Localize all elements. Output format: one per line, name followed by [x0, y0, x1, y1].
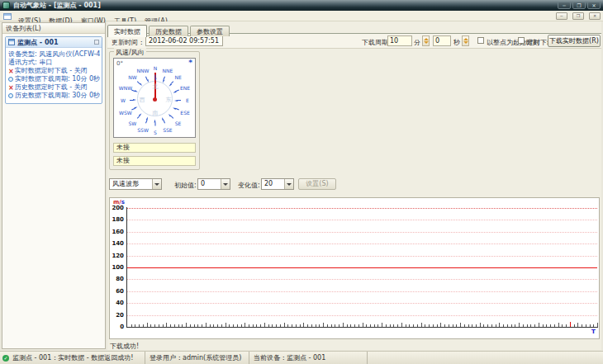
- x-axis-tick: [476, 324, 477, 327]
- download-realtime-button[interactable]: 下载实时数据(R): [548, 35, 601, 47]
- x-axis-tick: [319, 324, 320, 327]
- x-axis-line: [126, 327, 598, 328]
- x-axis-tick: [264, 323, 265, 327]
- device-card-header[interactable]: 监测点 - 001: [6, 37, 102, 48]
- change-value: 20: [264, 180, 273, 187]
- x-axis-tick: [268, 324, 269, 327]
- x-axis-tick: [483, 324, 484, 327]
- x-axis-tick: [429, 324, 430, 327]
- mdi-restore-button[interactable]: ❐: [572, 12, 584, 20]
- minutes-input[interactable]: 10: [387, 35, 412, 46]
- mdi-close-button[interactable]: ✕: [589, 12, 601, 20]
- compass-arrow-icon: [131, 106, 139, 111]
- x-axis-tick: [386, 324, 387, 327]
- wind-group-title: 风速/风向: [114, 48, 146, 57]
- compass-arrow-icon: [130, 99, 136, 102]
- x-axis-tick: [440, 323, 441, 327]
- settings-button[interactable]: 设置(S): [298, 178, 336, 190]
- compass-arrow-icon: [161, 117, 166, 125]
- change-value-select[interactable]: 20: [261, 178, 294, 190]
- x-axis-tick: [131, 324, 132, 327]
- compass-direction-label: ENE: [180, 85, 190, 91]
- window-title: 自动气象站 - [监测点 - 001]: [13, 1, 101, 10]
- x-axis-tick: [190, 324, 191, 327]
- minimize-button[interactable]: ─: [558, 2, 571, 9]
- download-period-label: 下载周期:: [362, 38, 391, 47]
- wind-angle-value: 0°: [116, 60, 123, 67]
- x-axis-tick: [311, 324, 312, 327]
- y-axis-tick-label: 80: [111, 276, 124, 282]
- x-axis-tick: [206, 323, 207, 327]
- x-axis-tick: [453, 324, 453, 327]
- chevron-down-icon[interactable]: [152, 179, 161, 189]
- wind-speed-field[interactable]: 未接: [113, 143, 196, 153]
- x-axis-tick: [217, 324, 218, 327]
- compass-direction-label: S: [154, 130, 157, 135]
- tab-active[interactable]: 实时数据: [107, 25, 147, 37]
- y-axis-tick-label: 40: [111, 300, 124, 306]
- device-info-text: 通讯方式: 串口: [8, 59, 52, 67]
- timed-download-checkbox[interactable]: [518, 37, 525, 44]
- x-axis-tick: [343, 323, 344, 327]
- minutes-spinner[interactable]: [422, 35, 430, 46]
- compass-direction-label: W: [121, 97, 126, 103]
- x-axis-tick: [409, 324, 410, 327]
- compass-arrow-icon: [145, 117, 150, 125]
- device-info-text: 设备类型: 风速风向仪(ACFW-4): [8, 50, 101, 59]
- device-card[interactable]: 监测点 - 001 设备类型: 风速风向仪(ACFW-4)通讯方式: 串口×实时…: [5, 36, 102, 104]
- close-button[interactable]: ✕: [587, 2, 601, 9]
- tab-inactive[interactable]: 历史数据: [149, 26, 188, 36]
- x-axis-tick: [444, 324, 445, 327]
- x-axis-tick: [256, 324, 257, 327]
- compass-inner-east: 东: [166, 96, 172, 104]
- x-axis-tick: [468, 324, 469, 327]
- clock-icon: [8, 77, 13, 82]
- compass-arrow-icon: [154, 74, 157, 81]
- device-info-text: 历史数据定时下载 - 关闭: [15, 83, 88, 92]
- x-axis-tick: [464, 324, 465, 327]
- compass-arrow-icon: [131, 89, 139, 94]
- x-axis-tick: [515, 324, 515, 327]
- x-axis-tick: [358, 324, 359, 327]
- chevron-down-icon[interactable]: [221, 179, 230, 189]
- x-axis-tick: [296, 324, 297, 327]
- compass-direction-label: WNW: [119, 85, 132, 91]
- x-axis-tick: [487, 324, 488, 327]
- compass-arrow-icon: [145, 76, 150, 83]
- device-info-line: 实时数据下载周期: 10分 0秒: [8, 75, 101, 83]
- x-axis-tick: [539, 323, 539, 327]
- chevron-down-icon[interactable]: [284, 179, 293, 189]
- x-axis-tick: [249, 324, 249, 327]
- compass-arrow-icon: [174, 99, 181, 102]
- align-start-checkbox[interactable]: [477, 37, 484, 44]
- waveform-select-value: 风速波形: [112, 180, 139, 187]
- x-axis-tick: [135, 324, 135, 327]
- y-axis-tick-label: 200: [111, 205, 124, 211]
- x-axis-tick: [182, 324, 183, 327]
- status-message-section: ✓ 监测点 - 001：实时数据 - 数据返回成功!: [0, 352, 145, 364]
- mdi-document-icon[interactable]: [3, 13, 12, 20]
- initial-value-select[interactable]: 0: [197, 178, 230, 190]
- minutes-unit-label: 分: [414, 38, 420, 47]
- tab-inactive[interactable]: 参数设置: [190, 26, 230, 36]
- wind-group: 风速/风向 0° * NNNENEENEEESESESSESSSWSWWSWWW…: [109, 51, 200, 170]
- device-info-text: 实时数据下载周期: 10分 0秒: [15, 75, 100, 83]
- x-axis-tick: [237, 324, 238, 327]
- waveform-select[interactable]: 风速波形: [109, 178, 162, 190]
- device-info-line: 设备类型: 风速风向仪(ACFW-4): [8, 50, 101, 59]
- x-axis-tick: [530, 324, 531, 327]
- maximize-button[interactable]: ❐: [572, 2, 586, 9]
- device-info-text: 历史数据下载周期: 30分 0秒: [15, 92, 100, 100]
- x-axis-tick: [460, 323, 461, 327]
- pin-icon[interactable]: [94, 40, 99, 45]
- x-axis-tick: [307, 324, 308, 327]
- device-info-line: ×实时数据定时下载 - 关闭: [8, 67, 101, 75]
- mdi-minimize-button[interactable]: ─: [556, 12, 567, 20]
- seconds-spinner[interactable]: [462, 35, 469, 46]
- seconds-input[interactable]: 0: [433, 35, 451, 46]
- x-axis-tick: [507, 324, 508, 327]
- x-axis-tick: [406, 324, 406, 327]
- wind-compass: 0° * NNNENEENEEESESESSESSSWSWWSWWWNWNWNN…: [113, 58, 196, 138]
- disabled-cross-icon: ×: [8, 84, 14, 92]
- wind-direction-field[interactable]: 未接: [113, 156, 196, 166]
